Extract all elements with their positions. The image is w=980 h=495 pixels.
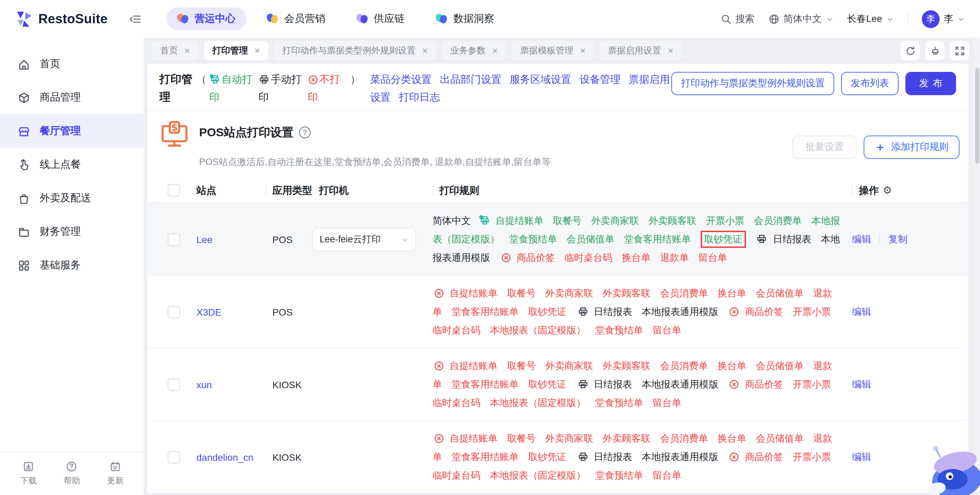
toolbar-link-1[interactable]: 出品部门设置	[440, 73, 502, 85]
exception-rules-button[interactable]: 打印动作与票据类型例外规则设置	[671, 72, 834, 95]
rule-link[interactable]: 留台单	[698, 252, 727, 263]
sidebar-collapse-button[interactable]	[127, 10, 145, 28]
rule-link[interactable]: 外卖商家联	[546, 360, 593, 371]
nav-item-1[interactable]: 会员营销	[256, 8, 336, 30]
edit-action[interactable]: 编辑	[852, 306, 871, 318]
batch-set-button[interactable]: 批量设置	[792, 135, 857, 159]
tab-close-icon[interactable]: ✕	[667, 46, 673, 55]
rule-link[interactable]: 日结报表	[594, 306, 632, 317]
rule-link[interactable]: 会员消费单	[660, 433, 708, 444]
rule-link[interactable]: 留台单	[652, 325, 681, 336]
tab-close-icon[interactable]: ✕	[422, 46, 428, 55]
site-link[interactable]: Lee	[196, 234, 213, 245]
row-checkbox[interactable]	[168, 306, 180, 318]
rule-link[interactable]: 临时桌台码	[433, 325, 480, 336]
nav-item-2[interactable]: 供应链	[346, 8, 416, 30]
rule-link[interactable]: 本地报表通用模版	[641, 379, 718, 390]
rule-link[interactable]: 堂食客用结账单	[452, 379, 519, 390]
nav-item-0[interactable]: 营运中心	[167, 8, 247, 30]
rule-link[interactable]: 堂食预结单	[595, 397, 643, 408]
rule-link[interactable]: 临时桌台码	[565, 252, 612, 263]
mascot-robot[interactable]	[925, 447, 980, 495]
rule-link[interactable]: 本地报表通用模版	[641, 451, 718, 462]
question-circle-icon[interactable]: ?	[299, 127, 311, 138]
tab-3[interactable]: 业务参数✕	[442, 41, 506, 60]
brand[interactable]: RestoSuite	[15, 10, 108, 28]
sidebar-item-2[interactable]: 餐厅管理	[0, 115, 144, 148]
rule-link[interactable]: 外卖顾客联	[603, 360, 651, 371]
sidebar-item-1[interactable]: 商品管理	[0, 81, 144, 115]
refresh-button[interactable]	[900, 41, 920, 60]
rule-link[interactable]: 退款单	[660, 252, 689, 263]
rule-link[interactable]: 日结报表	[773, 234, 811, 244]
rule-link[interactable]: 会员消费单	[754, 215, 802, 226]
rule-link[interactable]: 会员消费单	[660, 360, 708, 371]
rule-link[interactable]: 堂食客用结账单	[624, 234, 691, 244]
rule-link[interactable]: 本地报表（固定模版）	[490, 325, 586, 336]
toolbar-link-3[interactable]: 设备管理	[580, 73, 621, 85]
rule-link[interactable]: 外卖商家联	[591, 215, 639, 226]
rule-link[interactable]: 本地报表通用模版	[641, 306, 718, 317]
edit-action[interactable]: 编辑	[852, 378, 871, 391]
rule-link[interactable]: 开票小票	[793, 306, 831, 317]
row-checkbox[interactable]	[168, 451, 180, 463]
rule-link[interactable]: 堂食预结单	[509, 234, 557, 244]
row-checkbox[interactable]	[168, 378, 180, 391]
tab-close-icon[interactable]: ✕	[492, 46, 498, 55]
site-link[interactable]: xun	[196, 379, 212, 390]
rule-link[interactable]: 换台单	[718, 433, 746, 444]
tab-close-icon[interactable]: ✕	[184, 46, 190, 55]
fullscreen-button[interactable]	[950, 41, 969, 60]
tab-0[interactable]: 首页✕	[152, 41, 199, 60]
rule-link[interactable]: 取餐号	[507, 360, 536, 371]
nav-item-3[interactable]: 数据洞察	[425, 8, 505, 30]
tab-close-icon[interactable]: ✕	[580, 46, 586, 55]
toolbar-link-0[interactable]: 菜品分类设置	[370, 73, 432, 85]
rule-link[interactable]: 日结报表	[594, 379, 632, 390]
row-checkbox[interactable]	[168, 233, 180, 245]
rule-link[interactable]: 临时桌台码	[433, 397, 480, 408]
gear-icon[interactable]: ⚙	[883, 184, 892, 196]
rule-link[interactable]: 取餐号	[507, 288, 536, 299]
sidebar-footer-item-2[interactable]: 更新	[107, 461, 124, 487]
sidebar-item-4[interactable]: 外卖及配送	[0, 181, 144, 215]
toolbar-link-2[interactable]: 服务区域设置	[510, 73, 571, 85]
scrollbar[interactable]	[974, 38, 980, 495]
language-selector[interactable]: 简体中文	[768, 13, 833, 25]
rule-link[interactable]: 换台单	[622, 252, 651, 263]
rule-link[interactable]: 会员储值单	[756, 433, 804, 444]
rule-link[interactable]: 取钞凭证	[528, 451, 566, 462]
select-all-checkbox[interactable]	[168, 184, 180, 196]
toolbar-link-5[interactable]: 打印日志	[399, 91, 440, 103]
rule-link[interactable]: 会员储值单	[756, 288, 804, 299]
rule-link[interactable]: 会员储值单	[756, 360, 804, 371]
rule-link[interactable]: 堂食预结单	[595, 470, 643, 481]
edit-action[interactable]: 编辑	[852, 233, 871, 245]
rule-link[interactable]: 自提结账单	[450, 360, 498, 371]
rule-link[interactable]: 外卖顾客联	[603, 288, 651, 299]
printer-select[interactable]: Lee-feie云打印	[312, 228, 416, 251]
publish-list-button[interactable]: 发布列表	[841, 72, 899, 95]
rule-link[interactable]: 会员消费单	[660, 288, 708, 299]
rule-link[interactable]: 本地报表（固定模版）	[490, 397, 586, 408]
rule-link[interactable]: 临时桌台码	[433, 470, 480, 481]
sidebar-item-0[interactable]: 首页	[0, 47, 144, 81]
tab-4[interactable]: 票据模板管理✕	[512, 41, 594, 60]
site-link[interactable]: dandelion_cn	[196, 452, 253, 463]
sidebar-item-6[interactable]: 基础服务	[0, 248, 144, 282]
rule-link[interactable]: 外卖商家联	[546, 433, 593, 444]
sidebar-item-5[interactable]: 财务管理	[0, 215, 144, 248]
rule-link[interactable]: 换台单	[718, 360, 746, 371]
rule-link[interactable]: 开票小票	[793, 451, 831, 462]
user-menu[interactable]: 李 李	[922, 10, 965, 28]
tab-2[interactable]: 打印动作与票据类型例外规则设置✕	[274, 41, 436, 60]
rule-link[interactable]: 外卖顾客联	[603, 433, 651, 444]
scrollbar-thumb[interactable]	[975, 68, 979, 164]
rule-link[interactable]: 商品价签	[745, 451, 783, 462]
rule-link[interactable]: 外卖商家联	[546, 288, 593, 299]
search-button[interactable]: 搜索	[720, 13, 754, 25]
rule-link[interactable]: 留台单	[652, 397, 681, 408]
site-link[interactable]: X3DE	[196, 306, 221, 317]
sidebar-footer-item-1[interactable]: 帮助	[64, 461, 80, 487]
rule-link[interactable]: 外卖顾客联	[648, 215, 696, 226]
